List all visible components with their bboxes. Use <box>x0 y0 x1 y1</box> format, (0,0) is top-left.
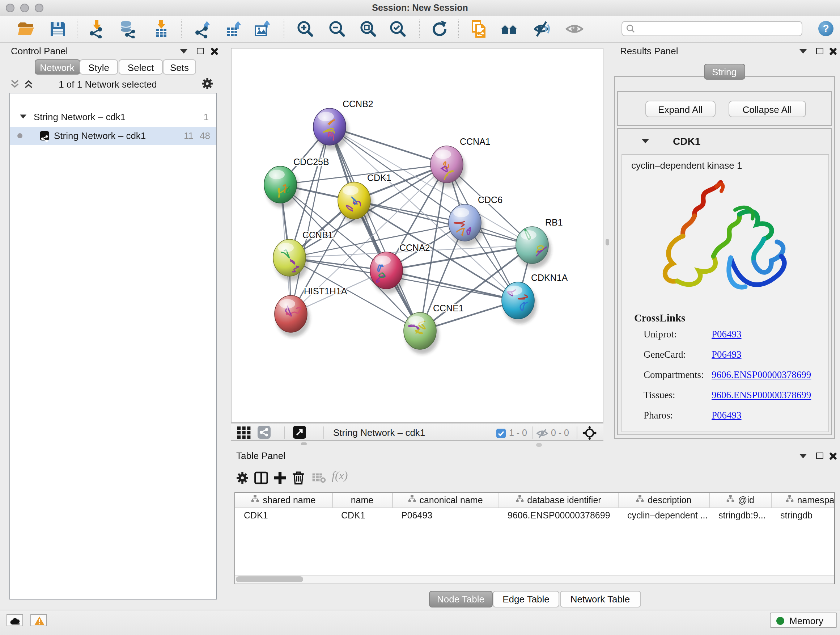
network-node-CDC25B[interactable] <box>264 166 299 208</box>
open-file-icon[interactable] <box>17 19 35 38</box>
panel-menu-icon[interactable] <box>799 454 807 458</box>
panel-float-icon[interactable] <box>816 453 823 459</box>
panel-menu-icon[interactable] <box>799 49 807 54</box>
panel-close-icon[interactable] <box>210 47 218 55</box>
network-edge[interactable] <box>386 271 518 301</box>
delete-row-trash-icon[interactable] <box>291 470 305 488</box>
selected-checkbox-icon[interactable] <box>496 428 505 440</box>
network-node-count: 11 <box>184 126 194 144</box>
export-table-icon[interactable] <box>224 19 243 38</box>
zoom-selected-icon[interactable] <box>388 19 407 38</box>
clone-network-icon[interactable] <box>470 19 489 38</box>
crosslink-link[interactable]: 9606.ENSP00000378699 <box>712 369 811 381</box>
network-options-gear-icon[interactable] <box>201 78 213 93</box>
column-header-name[interactable]: name <box>332 493 393 508</box>
network-node-CDK1[interactable] <box>338 182 373 224</box>
scrollbar-thumb[interactable] <box>236 576 303 582</box>
network-node-HIST1H1A[interactable] <box>274 295 309 337</box>
help-button[interactable]: ? <box>818 21 834 36</box>
crosslink-link[interactable]: P06493 <box>712 349 742 361</box>
network-edge[interactable] <box>329 127 420 331</box>
section-collapse-icon[interactable] <box>642 139 649 143</box>
cloud-button[interactable] <box>6 614 23 626</box>
expand-all-button[interactable]: Expand All <box>645 101 715 117</box>
main-toolbar: ? <box>0 16 840 43</box>
tab-select[interactable]: Select <box>118 59 163 74</box>
show-all-icon[interactable] <box>565 19 584 38</box>
table-row[interactable]: CDK1CDK1P064939606.ENSP00000378699cyclin… <box>235 508 834 523</box>
crosslink-link[interactable]: 9606.ENSP00000378699 <box>712 390 811 401</box>
network-node-CCNA1[interactable] <box>430 146 465 187</box>
collection-count: 1 <box>204 110 209 124</box>
network-graph[interactable]: CCNB2CCNA1CDC25BCDK1CDC6RB1CCNB1CCNA2CDK… <box>231 49 602 422</box>
cell[interactable]: stringdb <box>772 508 835 523</box>
panel-float-icon[interactable] <box>197 48 204 54</box>
import-network-file-icon[interactable] <box>88 19 106 38</box>
cell[interactable]: P06493 <box>393 508 499 523</box>
zoom-in-icon[interactable] <box>296 19 315 38</box>
cell[interactable]: CDK1 <box>332 508 393 523</box>
column-label: namespace <box>797 493 835 508</box>
zoom-fit-icon[interactable] <box>359 19 378 38</box>
panel-close-icon[interactable] <box>829 47 837 55</box>
zoom-out-icon[interactable] <box>328 19 347 38</box>
search-input[interactable] <box>622 21 802 36</box>
show-columns-icon[interactable] <box>254 470 268 488</box>
cell[interactable]: stringdb:9... <box>710 508 772 523</box>
tab-edge-table[interactable]: Edge Table <box>493 591 559 607</box>
cell[interactable]: 9606.ENSP00000378699 <box>499 508 619 523</box>
column-header-description[interactable]: description <box>619 493 710 508</box>
tab-network-table[interactable]: Network Table <box>560 591 641 607</box>
column-header--id[interactable]: @id <box>710 493 772 508</box>
add-column-icon[interactable] <box>272 470 287 488</box>
tree-expand-icon[interactable] <box>19 114 26 119</box>
cell[interactable]: cyclin–dependent ... <box>619 508 710 523</box>
horizontal-scrollbar[interactable] <box>235 575 834 583</box>
column-type-icon <box>408 493 416 508</box>
hide-selected-icon[interactable] <box>532 19 551 38</box>
tab-style[interactable]: Style <box>80 59 118 74</box>
refresh-layout-icon[interactable] <box>430 19 448 38</box>
network-collection-row[interactable]: String Network – cdk1 1 <box>10 110 216 124</box>
bar-separator <box>531 426 532 439</box>
splitter-handle[interactable] <box>606 239 609 245</box>
panel-menu-icon[interactable] <box>180 49 187 54</box>
column-header-database-identifier[interactable]: database identifier <box>499 493 619 508</box>
first-neighbors-icon[interactable] <box>500 19 519 38</box>
selected-counts: 1 - 0 <box>509 428 527 438</box>
network-view[interactable]: CCNB2CCNA1CDC25BCDK1CDC6RB1CCNB1CCNA2CDK… <box>231 48 603 423</box>
tab-network[interactable]: Network <box>34 59 80 74</box>
splitter-handle[interactable] <box>301 442 307 445</box>
column-header-namespace[interactable]: namespace <box>772 493 835 508</box>
panel-close-icon[interactable] <box>829 452 837 460</box>
column-header-shared-name[interactable]: shared name <box>235 493 332 508</box>
warning-button[interactable] <box>30 614 47 626</box>
network-node-CCNE1[interactable] <box>403 312 439 354</box>
export-network-icon[interactable] <box>193 19 212 38</box>
tab-sets[interactable]: Sets <box>163 59 196 74</box>
panel-float-icon[interactable] <box>816 48 823 54</box>
table-settings-gear-icon[interactable] <box>235 471 248 487</box>
network-row-selected[interactable]: String Network – cdk1 11 48 <box>10 126 216 144</box>
network-badge-icon[interactable] <box>257 426 270 442</box>
network-node-RB1[interactable] <box>515 226 551 268</box>
crosshair-icon[interactable] <box>582 425 597 443</box>
tab-string[interactable]: String <box>704 64 745 80</box>
crosslink-link[interactable]: P06493 <box>712 329 742 340</box>
grid-view-icon[interactable] <box>237 426 251 441</box>
cell[interactable]: CDK1 <box>235 508 332 523</box>
memory-button[interactable]: Memory <box>770 613 837 628</box>
import-network-database-icon[interactable] <box>118 19 137 38</box>
network-node-CDC6[interactable] <box>448 204 483 246</box>
save-session-icon[interactable] <box>49 19 67 38</box>
import-table-icon[interactable] <box>152 19 171 38</box>
network-node-CDKN1A[interactable] <box>501 282 537 324</box>
birds-eye-toggle-icon[interactable] <box>293 426 306 442</box>
collapse-all-button[interactable]: Collapse All <box>729 101 806 117</box>
network-node-CCNB2[interactable] <box>313 108 348 150</box>
tab-node-table[interactable]: Node Table <box>429 591 493 607</box>
crosslink-link[interactable]: P06493 <box>712 410 742 421</box>
column-header-canonical-name[interactable]: canonical name <box>393 493 499 508</box>
export-image-icon[interactable] <box>253 19 272 38</box>
network-node-CCNA2[interactable] <box>370 252 405 294</box>
